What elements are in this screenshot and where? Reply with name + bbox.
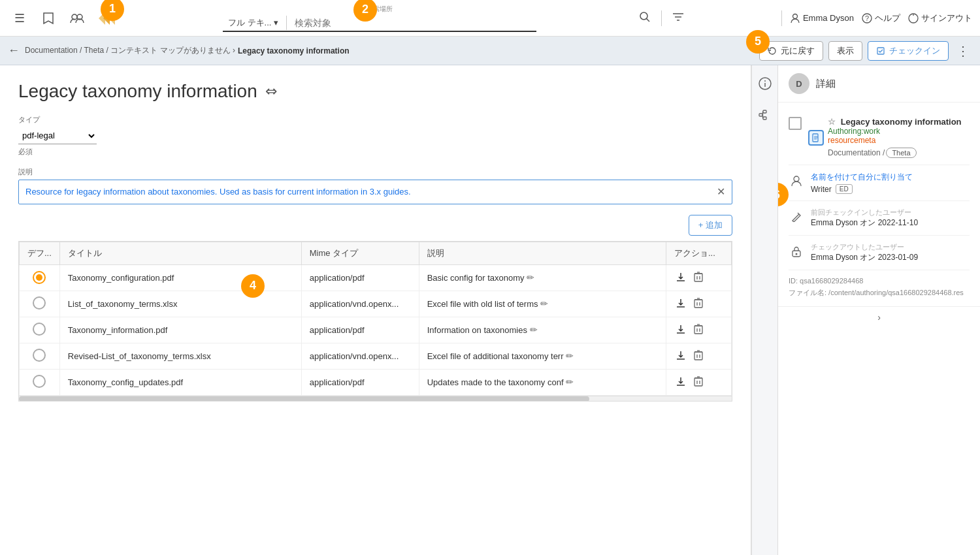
svg-point-62 bbox=[796, 253, 798, 255]
assign-link[interactable]: 名前を付けて自分に割り当て bbox=[811, 172, 970, 183]
edit-desc-button[interactable]: ✏ bbox=[566, 351, 574, 361]
svg-line-6 bbox=[646, 18, 649, 22]
svg-rect-15 bbox=[877, 48, 884, 54]
star-icon[interactable]: ☆ bbox=[828, 117, 836, 127]
type-select[interactable]: pdf-legal bbox=[18, 127, 97, 144]
col-def-header: デフ... bbox=[20, 242, 60, 264]
desc-text: Resource for legacy information about ta… bbox=[25, 185, 711, 198]
edit-desc-button[interactable]: ✏ bbox=[540, 298, 548, 309]
search-location-label: 検索場所 bbox=[367, 5, 393, 14]
required-label: 必須 bbox=[18, 147, 732, 157]
search-location-value: フル テキ... bbox=[228, 17, 271, 29]
restore-button[interactable]: 元に戻す bbox=[759, 41, 823, 61]
radio-cell[interactable] bbox=[20, 343, 60, 369]
action-cell bbox=[666, 291, 732, 317]
svg-text:?: ? bbox=[865, 14, 869, 22]
table-row: List_of_taxonomy_terms.xlsxapplication/v… bbox=[20, 291, 732, 317]
type-select-wrapper: pdf-legal bbox=[18, 127, 732, 144]
split-view-icon[interactable]: ⇔ bbox=[265, 83, 277, 100]
filter-button[interactable] bbox=[670, 9, 687, 27]
radio-cell[interactable] bbox=[20, 369, 60, 395]
edit-desc-button[interactable]: ✏ bbox=[527, 272, 534, 283]
user-name: Emma Dyson bbox=[803, 13, 854, 23]
nav-right: Emma Dyson ? ヘルプ サインアウト bbox=[781, 10, 972, 26]
col-title-header: タイトル bbox=[59, 242, 301, 264]
menu-button[interactable]: ☰ bbox=[8, 7, 31, 30]
search-input[interactable] bbox=[289, 15, 536, 31]
desc-section: 説明 Resource for legacy information about… bbox=[18, 167, 732, 204]
radio-cell[interactable] bbox=[20, 264, 60, 291]
download-button[interactable] bbox=[674, 349, 687, 364]
file-title: Taxonomy_information.pdf bbox=[59, 317, 301, 343]
bookmark-button[interactable] bbox=[37, 7, 60, 30]
breadcrumb-context[interactable]: コンテキスト マップがありません bbox=[110, 46, 230, 55]
file-desc: Excel file of additional taxonomy terr ✏ bbox=[419, 343, 666, 369]
content-area: Legacy taxonomy information ⇔ タイプ pdf-le… bbox=[0, 65, 751, 555]
radio-cell[interactable] bbox=[20, 317, 60, 343]
expand-panel-button[interactable]: › bbox=[778, 306, 980, 328]
user-menu[interactable]: Emma Dyson bbox=[790, 13, 854, 24]
file-id: ID: qsa1668029284468 bbox=[789, 276, 970, 287]
download-button[interactable] bbox=[674, 270, 687, 285]
signout-button[interactable]: サインアウト bbox=[908, 12, 972, 24]
add-button[interactable]: + 追加 bbox=[689, 215, 732, 236]
people-button[interactable] bbox=[65, 7, 89, 30]
checkout-label: チェックアウトしたユーザー bbox=[811, 242, 970, 252]
detail-meta: resourcemeta bbox=[828, 136, 962, 145]
nav-sep-1 bbox=[661, 10, 662, 26]
role-label: Writer bbox=[811, 185, 832, 194]
radio-unselected[interactable] bbox=[33, 296, 46, 309]
checkout-user: Emma Dyson オン 2023-01-09 bbox=[811, 252, 970, 263]
side-icon-info[interactable] bbox=[755, 73, 776, 94]
breadcrumb-theta[interactable]: Theta bbox=[84, 46, 105, 55]
breadcrumb-docs[interactable]: Documentation bbox=[25, 46, 78, 55]
detail-checkin-row: 前回チェックインしたユーザー Emma Dyson オン 2022-11-10 bbox=[789, 201, 970, 236]
search-area: 検索場所 フル テキ... ▾ 2 bbox=[223, 5, 536, 32]
radio-unselected[interactable] bbox=[33, 375, 46, 388]
display-label: 表示 bbox=[837, 45, 854, 57]
main-layout: Legacy taxonomy information ⇔ タイプ pdf-le… bbox=[0, 65, 980, 555]
edit-desc-button[interactable]: ✏ bbox=[566, 377, 574, 387]
delete-button[interactable] bbox=[693, 296, 704, 311]
checkin-button[interactable]: チェックイン bbox=[868, 41, 949, 61]
delete-button[interactable] bbox=[693, 349, 704, 364]
file-info: ID: qsa1668029284468 ファイル名: /content/aut… bbox=[789, 276, 970, 298]
search-location-dropdown[interactable]: フル テキ... ▾ bbox=[223, 16, 284, 30]
delete-button[interactable] bbox=[693, 323, 704, 338]
more-button[interactable]: ⋮ bbox=[954, 40, 972, 61]
download-button[interactable] bbox=[674, 375, 687, 390]
breadcrumb-current: Legacy taxonomy information bbox=[238, 46, 350, 56]
side-panel: 6 D 詳細 ☆ Legacy taxonomy info bbox=[777, 65, 980, 555]
display-button[interactable]: 表示 bbox=[828, 41, 862, 61]
horizontal-scrollbar[interactable] bbox=[19, 396, 732, 401]
file-title: Taxonomy_config_updates.pdf bbox=[59, 369, 301, 395]
radio-selected[interactable] bbox=[33, 271, 46, 284]
detail-main-item: ☆ Legacy taxonomy information Authoring:… bbox=[789, 110, 970, 165]
detail-checkout-row: チェックアウトしたユーザー Emma Dyson オン 2023-01-09 bbox=[789, 236, 970, 270]
checkbox-icon[interactable] bbox=[789, 117, 802, 130]
mime-type: application/vnd.openx... bbox=[301, 291, 419, 317]
checkin-user: Emma Dyson オン 2022-11-10 bbox=[811, 217, 970, 229]
svg-rect-17 bbox=[694, 274, 702, 281]
radio-unselected[interactable] bbox=[33, 349, 46, 362]
table-row: Revised-List_of_taxonomy_terms.xlsxappli… bbox=[20, 343, 732, 369]
lock-icon bbox=[789, 244, 804, 259]
delete-button[interactable] bbox=[693, 375, 704, 390]
edit-desc-button[interactable]: ✏ bbox=[530, 325, 538, 335]
desc-box: Resource for legacy information about ta… bbox=[18, 180, 732, 204]
desc-clear-button[interactable]: ✕ bbox=[717, 185, 725, 198]
theta-tag[interactable]: Theta bbox=[886, 148, 916, 158]
desc-label: 説明 bbox=[18, 167, 732, 177]
delete-button[interactable] bbox=[693, 270, 704, 285]
radio-unselected[interactable] bbox=[33, 323, 46, 336]
search-button[interactable] bbox=[636, 8, 653, 28]
download-button[interactable] bbox=[674, 296, 687, 311]
logo[interactable] bbox=[94, 4, 123, 33]
radio-cell[interactable] bbox=[20, 291, 60, 317]
back-button[interactable]: ← bbox=[8, 44, 20, 57]
side-icon-hierarchy[interactable] bbox=[755, 104, 776, 125]
signout-label: サインアウト bbox=[921, 12, 972, 24]
table-row: Taxonomy_information.pdfapplication/pdfI… bbox=[20, 317, 732, 343]
help-button[interactable]: ? ヘルプ bbox=[862, 12, 900, 24]
download-button[interactable] bbox=[674, 323, 687, 338]
